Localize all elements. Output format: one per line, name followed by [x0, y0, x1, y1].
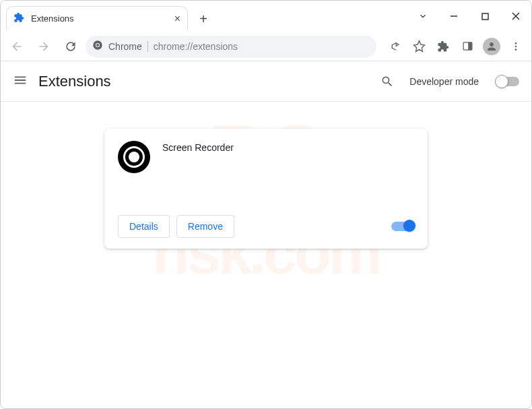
chrome-icon: [92, 40, 103, 53]
chevron-down-icon[interactable]: [407, 11, 438, 21]
svg-point-8: [515, 45, 517, 47]
menu-icon[interactable]: [13, 73, 28, 90]
url-text: chrome://extensions: [154, 41, 238, 52]
forward-button[interactable]: [32, 34, 56, 59]
sidepanel-icon[interactable]: [456, 35, 479, 58]
browser-tab[interactable]: Extensions ×: [6, 6, 188, 30]
svg-point-4: [96, 44, 99, 46]
window-titlebar: Extensions × +: [1, 1, 531, 32]
svg-rect-1: [482, 13, 488, 20]
close-icon[interactable]: ×: [174, 13, 180, 25]
maximize-button[interactable]: [469, 3, 500, 29]
page-title: Extensions: [38, 73, 111, 90]
svg-point-9: [515, 49, 517, 51]
minimize-button[interactable]: [438, 3, 469, 29]
details-button[interactable]: Details: [118, 215, 170, 238]
tab-title: Extensions: [31, 13, 74, 24]
svg-rect-6: [468, 42, 472, 50]
extension-card: Screen Recorder Details Remove: [104, 129, 428, 249]
developer-mode-label: Developer mode: [409, 76, 479, 87]
extensions-page-header: Extensions Developer mode: [1, 61, 531, 102]
star-icon[interactable]: [407, 35, 430, 58]
extensions-content: Screen Recorder Details Remove: [1, 102, 531, 249]
divider: [147, 41, 148, 52]
svg-point-7: [515, 42, 517, 44]
new-tab-button[interactable]: +: [193, 9, 213, 29]
remove-button[interactable]: Remove: [176, 215, 234, 238]
toolbar: Chrome chrome://extensions: [1, 32, 531, 61]
extension-icon: [118, 141, 150, 173]
extension-enable-toggle[interactable]: [391, 222, 414, 231]
url-scheme-label: Chrome: [108, 41, 142, 52]
kebab-menu-icon[interactable]: [504, 35, 527, 58]
search-icon[interactable]: [376, 70, 399, 93]
extensions-icon[interactable]: [432, 35, 455, 58]
address-bar[interactable]: Chrome chrome://extensions: [86, 36, 376, 57]
profile-avatar[interactable]: [480, 35, 503, 58]
puzzle-icon: [13, 12, 24, 25]
developer-mode-toggle[interactable]: [496, 77, 519, 86]
extension-name: Screen Recorder: [162, 141, 234, 201]
reload-button[interactable]: [59, 34, 83, 59]
close-window-button[interactable]: [500, 3, 531, 29]
back-button[interactable]: [5, 34, 29, 59]
share-icon[interactable]: [383, 35, 406, 58]
